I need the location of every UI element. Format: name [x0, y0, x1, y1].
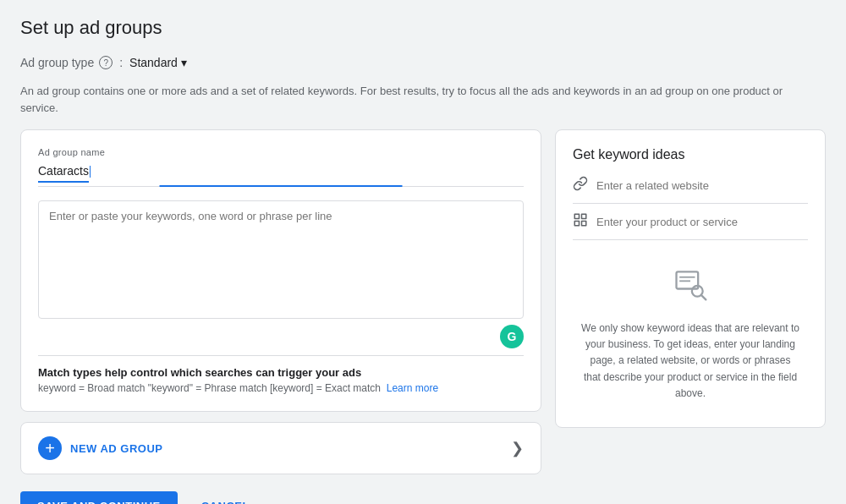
name-field-label: Ad group name	[38, 147, 524, 157]
ad-group-type-select[interactable]: Standard ▾	[126, 52, 190, 73]
product-input[interactable]	[596, 216, 808, 228]
ad-group-card: Ad group name Cataracts G Match types he…	[20, 129, 541, 412]
new-ad-group-left: + NEW AD GROUP	[38, 436, 163, 460]
right-panel: Get keyword ideas	[555, 129, 826, 428]
website-input-row	[573, 176, 808, 204]
keyword-ideas-card: Get keyword ideas	[555, 129, 826, 428]
ad-group-type-label: Ad group type	[20, 56, 94, 69]
empty-state-text: We only show keyword ideas that are rele…	[581, 320, 799, 402]
empty-state: We only show keyword ideas that are rele…	[573, 249, 808, 410]
match-types-section: Match types help control which searches …	[38, 355, 524, 394]
grid-icon	[573, 212, 588, 231]
learn-more-link[interactable]: Learn more	[387, 382, 438, 394]
product-input-row	[573, 212, 808, 240]
website-input[interactable]	[596, 179, 808, 192]
svg-rect-0	[574, 214, 579, 218]
save-and-continue-button[interactable]: SAVE AND CONTINUE	[20, 491, 178, 504]
ad-group-type-chevron: ▾	[181, 56, 187, 69]
chevron-down-icon: ❯	[511, 439, 524, 457]
ad-group-name-value[interactable]: Cataracts	[38, 164, 89, 183]
keywords-textarea[interactable]	[38, 200, 524, 319]
name-input-container: Cataracts	[38, 164, 524, 187]
match-types-title: Match types help control which searches …	[38, 366, 524, 379]
cursor	[90, 166, 91, 178]
grammarly-icon: G	[500, 325, 524, 348]
svg-rect-1	[582, 214, 586, 218]
link-icon	[573, 176, 588, 194]
new-ad-group-label: NEW AD GROUP	[70, 442, 163, 455]
keyword-ideas-title: Get keyword ideas	[573, 147, 808, 162]
svg-line-8	[701, 295, 706, 300]
svg-rect-3	[582, 222, 586, 226]
bottom-bar: SAVE AND CONTINUE CANCEL	[20, 491, 826, 504]
help-icon[interactable]: ?	[99, 56, 113, 69]
search-display-icon	[672, 266, 709, 310]
plus-icon: +	[38, 436, 62, 460]
description-text: An ad group contains one or more ads and…	[20, 83, 799, 116]
left-panel: Ad group name Cataracts G Match types he…	[20, 129, 541, 474]
match-types-desc: keyword = Broad match "keyword" = Phrase…	[38, 382, 524, 394]
textarea-footer: G	[38, 325, 524, 348]
main-content: Ad group name Cataracts G Match types he…	[20, 129, 826, 474]
ad-group-type-row: Ad group type ? : Standard ▾	[20, 52, 826, 73]
page-title: Set up ad groups	[20, 17, 826, 39]
new-ad-group-card[interactable]: + NEW AD GROUP ❯	[20, 422, 541, 474]
svg-rect-2	[574, 222, 579, 226]
blue-underline	[160, 185, 403, 187]
ad-group-type-value: Standard	[129, 56, 178, 69]
cancel-button[interactable]: CANCEL	[188, 491, 263, 504]
